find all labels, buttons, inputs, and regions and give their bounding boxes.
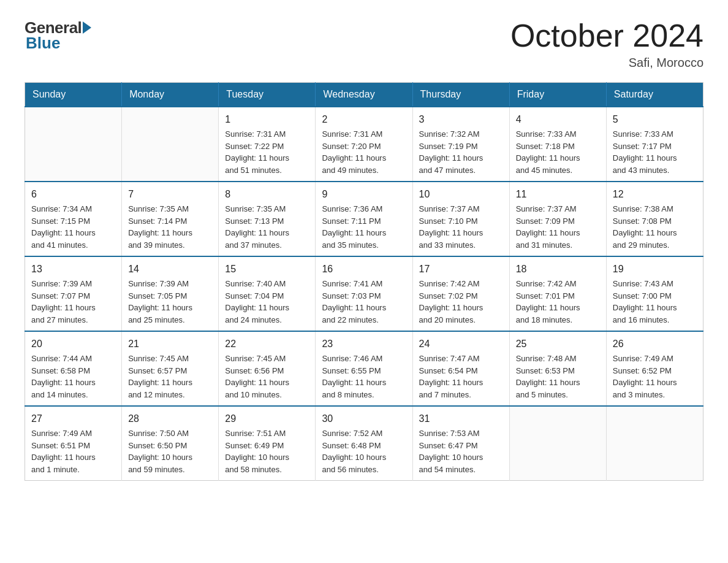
day-info: Sunset: 7:00 PM <box>613 290 697 302</box>
day-number: 2 <box>322 112 406 127</box>
day-info: Sunrise: 7:47 AM <box>419 353 503 365</box>
day-info: and 54 minutes. <box>419 464 503 476</box>
calendar-header-tuesday: Tuesday <box>219 83 316 107</box>
day-info: and 33 minutes. <box>419 239 503 251</box>
page-header: General Blue October 2024 Safi, Morocco <box>25 18 703 70</box>
day-number: 13 <box>31 262 115 277</box>
day-info: Daylight: 11 hours <box>128 377 212 389</box>
day-number: 10 <box>419 187 503 202</box>
day-info: Sunset: 6:50 PM <box>128 440 212 452</box>
day-info: Sunset: 7:18 PM <box>516 140 600 153</box>
day-info: Daylight: 11 hours <box>322 377 406 389</box>
calendar-cell: 3Sunrise: 7:32 AMSunset: 7:19 PMDaylight… <box>412 107 509 182</box>
day-info: Sunset: 6:55 PM <box>322 365 406 377</box>
day-info: Daylight: 11 hours <box>419 302 503 314</box>
day-info: and 49 minutes. <box>322 164 406 177</box>
day-info: Daylight: 10 hours <box>419 451 503 464</box>
day-info: Sunrise: 7:39 AM <box>31 278 115 290</box>
day-number: 29 <box>225 412 309 426</box>
day-info: Sunrise: 7:48 AM <box>516 353 600 365</box>
day-info: and 51 minutes. <box>225 164 309 177</box>
day-info: Sunrise: 7:35 AM <box>225 203 309 215</box>
day-number: 22 <box>225 337 309 351</box>
day-info: Daylight: 11 hours <box>516 152 600 164</box>
day-number: 9 <box>322 187 406 202</box>
day-info: Daylight: 11 hours <box>128 302 212 314</box>
day-info: Sunset: 6:52 PM <box>613 365 697 377</box>
day-number: 4 <box>516 112 600 127</box>
day-info: Sunset: 6:48 PM <box>322 440 406 452</box>
day-number: 19 <box>613 262 697 277</box>
calendar-cell: 16Sunrise: 7:41 AMSunset: 7:03 PMDayligh… <box>316 256 412 331</box>
day-info: Sunset: 7:03 PM <box>322 290 406 302</box>
calendar-cell: 18Sunrise: 7:42 AMSunset: 7:01 PMDayligh… <box>509 256 606 331</box>
calendar-cell: 7Sunrise: 7:35 AMSunset: 7:14 PMDaylight… <box>122 182 219 256</box>
day-info: Sunset: 7:10 PM <box>419 215 503 228</box>
calendar-week-row: 1Sunrise: 7:31 AMSunset: 7:22 PMDaylight… <box>25 107 703 182</box>
calendar-header-sunday: Sunday <box>25 83 122 107</box>
calendar-week-row: 6Sunrise: 7:34 AMSunset: 7:15 PMDaylight… <box>25 182 703 256</box>
day-number: 16 <box>322 262 406 277</box>
day-number: 20 <box>31 337 115 351</box>
day-info: Sunset: 7:01 PM <box>516 290 600 302</box>
day-info: Sunset: 7:17 PM <box>613 140 697 153</box>
calendar-header-monday: Monday <box>122 83 219 107</box>
day-info: Daylight: 11 hours <box>613 152 697 164</box>
day-info: Daylight: 11 hours <box>31 302 115 314</box>
day-info: Sunset: 7:11 PM <box>322 215 406 228</box>
calendar-cell: 31Sunrise: 7:53 AMSunset: 6:47 PMDayligh… <box>412 406 509 481</box>
day-info: and 24 minutes. <box>225 314 309 326</box>
day-info: Sunrise: 7:46 AM <box>322 353 406 365</box>
day-info: and 37 minutes. <box>225 239 309 251</box>
calendar-table: SundayMondayTuesdayWednesdayThursdayFrid… <box>25 82 703 481</box>
day-info: Daylight: 11 hours <box>419 377 503 389</box>
day-info: Sunset: 7:05 PM <box>128 290 212 302</box>
day-info: Daylight: 11 hours <box>516 377 600 389</box>
day-info: and 25 minutes. <box>128 314 212 326</box>
logo-blue-text: Blue <box>26 34 60 53</box>
day-info: Sunrise: 7:41 AM <box>322 278 406 290</box>
day-info: and 41 minutes. <box>31 239 115 251</box>
day-info: Daylight: 11 hours <box>613 377 697 389</box>
day-number: 1 <box>225 112 309 127</box>
calendar-week-row: 20Sunrise: 7:44 AMSunset: 6:58 PMDayligh… <box>25 331 703 406</box>
day-info: Sunrise: 7:53 AM <box>419 427 503 440</box>
day-info: Sunset: 7:19 PM <box>419 140 503 153</box>
calendar-cell: 17Sunrise: 7:42 AMSunset: 7:02 PMDayligh… <box>412 256 509 331</box>
day-info: Daylight: 11 hours <box>31 377 115 389</box>
day-info: and 8 minutes. <box>322 389 406 401</box>
calendar-cell: 6Sunrise: 7:34 AMSunset: 7:15 PMDaylight… <box>25 182 122 256</box>
day-info: Sunrise: 7:42 AM <box>516 278 600 290</box>
calendar-cell <box>606 406 703 481</box>
calendar-cell <box>25 107 122 182</box>
day-info: Sunrise: 7:33 AM <box>613 128 697 140</box>
day-info: Sunrise: 7:38 AM <box>613 203 697 215</box>
day-info: Daylight: 11 hours <box>322 302 406 314</box>
month-title: October 2024 <box>510 18 703 53</box>
calendar-cell: 19Sunrise: 7:43 AMSunset: 7:00 PMDayligh… <box>606 256 703 331</box>
day-info: Sunrise: 7:44 AM <box>31 353 115 365</box>
calendar-cell: 8Sunrise: 7:35 AMSunset: 7:13 PMDaylight… <box>219 182 316 256</box>
day-info: and 18 minutes. <box>516 314 600 326</box>
day-number: 5 <box>613 112 697 127</box>
day-info: and 31 minutes. <box>516 239 600 251</box>
calendar-week-row: 27Sunrise: 7:49 AMSunset: 6:51 PMDayligh… <box>25 406 703 481</box>
day-info: Sunset: 7:09 PM <box>516 215 600 228</box>
day-info: Sunrise: 7:51 AM <box>225 427 309 440</box>
day-info: Daylight: 11 hours <box>516 227 600 239</box>
day-info: Sunrise: 7:39 AM <box>128 278 212 290</box>
day-info: Sunset: 6:56 PM <box>225 365 309 377</box>
day-info: and 20 minutes. <box>419 314 503 326</box>
day-info: Daylight: 10 hours <box>225 451 309 464</box>
day-info: Sunrise: 7:45 AM <box>225 353 309 365</box>
day-info: Sunrise: 7:31 AM <box>225 128 309 140</box>
day-info: Daylight: 11 hours <box>225 152 309 164</box>
calendar-cell: 26Sunrise: 7:49 AMSunset: 6:52 PMDayligh… <box>606 331 703 406</box>
day-number: 18 <box>516 262 600 277</box>
day-info: Daylight: 11 hours <box>225 227 309 239</box>
day-info: Sunset: 7:15 PM <box>31 215 115 228</box>
day-info: and 7 minutes. <box>419 389 503 401</box>
day-info: Sunrise: 7:37 AM <box>419 203 503 215</box>
day-info: and 27 minutes. <box>31 314 115 326</box>
calendar-cell: 11Sunrise: 7:37 AMSunset: 7:09 PMDayligh… <box>509 182 606 256</box>
